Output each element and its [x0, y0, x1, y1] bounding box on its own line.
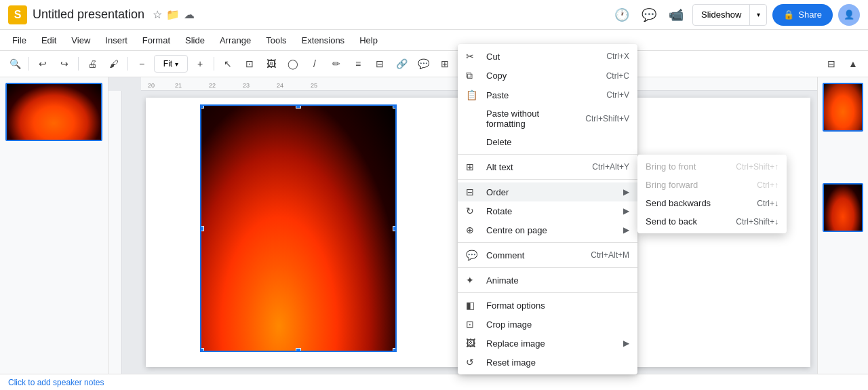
search-tool[interactable]: 🔍 [5, 54, 24, 73]
sm-send-back[interactable]: Send to back Ctrl+Shift+↓ [637, 212, 787, 231]
crop-icon: ⊡ [466, 319, 479, 330]
slideshow-main-btn[interactable]: Slideshow [693, 5, 750, 25]
ruler-mark: 24 [277, 82, 283, 89]
share-button[interactable]: 🔒 Share [772, 4, 833, 26]
history-icon[interactable]: 🕐 [611, 4, 633, 26]
cm-comment[interactable]: 💬 Comment Ctrl+Alt+M [458, 246, 637, 265]
align-left-btn[interactable]: ≡ [349, 54, 368, 73]
cm-paste[interactable]: 📋 Paste Ctrl+V [458, 85, 637, 104]
cm-rotate[interactable]: ↻ Rotate ▶ [458, 201, 637, 220]
cm-paste-noformat-shortcut: Ctrl+Shift+V [585, 114, 629, 123]
collapse-btn[interactable]: ▲ [844, 54, 863, 73]
top-bar: S Untitled presentation ☆ 📁 ☁ 🕐 💬 📹 Slid… [0, 0, 868, 30]
zoom-out-btn[interactable]: − [132, 54, 151, 73]
slide-thumbnail-1[interactable]: 1 [5, 83, 102, 141]
slide-image[interactable] [200, 104, 397, 352]
animate-icon: ✦ [466, 275, 479, 286]
selection-handle-tl[interactable] [200, 104, 204, 109]
sm-bring-forward-label: Bring forward [646, 180, 757, 190]
alt-text-icon: ⊞ [466, 161, 479, 172]
copy-icon: ⧉ [466, 70, 479, 81]
right-panel [817, 77, 868, 374]
cm-centre-arrow: ▶ [623, 225, 629, 235]
menu-tools[interactable]: Tools [259, 33, 293, 48]
right-thumb-2[interactable] [823, 183, 863, 232]
sm-send-back-shortcut: Ctrl+Shift+↓ [736, 217, 778, 227]
selection-handle-bl[interactable] [200, 348, 204, 352]
selection-handle-mr[interactable] [393, 226, 397, 231]
cloud-icon[interactable]: ☁ [184, 8, 195, 21]
link-btn[interactable]: 🔗 [392, 54, 411, 73]
sm-bring-forward[interactable]: Bring forward Ctrl+↑ [637, 176, 787, 194]
selection-handle-br[interactable] [393, 348, 397, 352]
redo-btn[interactable]: ↪ [55, 54, 74, 73]
cm-copy[interactable]: ⧉ Copy Ctrl+C [458, 66, 637, 85]
cm-replace-image[interactable]: 🖼 Replace image ▶ [458, 334, 637, 353]
cm-crop-image[interactable]: ⊡ Crop image [458, 315, 637, 334]
comment-btn[interactable]: 💬 [414, 54, 433, 73]
menu-view[interactable]: View [64, 33, 97, 48]
comments-icon[interactable]: 💬 [638, 4, 660, 26]
cm-reset-image[interactable]: ↺ Reset image [458, 353, 637, 372]
cm-order[interactable]: ⊟ Order ▶ [458, 182, 637, 201]
menu-extensions[interactable]: Extensions [295, 33, 352, 48]
replace-icon: 🖼 [466, 338, 479, 349]
cm-animate[interactable]: ✦ Animate [458, 271, 637, 290]
zoom-level[interactable]: Fit ▾ [154, 55, 188, 73]
cm-copy-shortcut: Ctrl+C [606, 71, 629, 81]
selection-handle-tm[interactable] [296, 104, 301, 109]
menu-slide[interactable]: Slide [178, 33, 212, 48]
cm-centre[interactable]: ⊕ Centre on page ▶ [458, 220, 637, 239]
star-icon[interactable]: ☆ [153, 8, 162, 21]
cm-alt-text[interactable]: ⊞ Alt text Ctrl+Alt+Y [458, 157, 637, 176]
selection-handle-bm[interactable] [296, 348, 301, 352]
shape-btn[interactable]: ◯ [283, 54, 302, 73]
user-avatar[interactable]: 👤 [838, 4, 860, 26]
sm-send-back-label: Send to back [646, 216, 736, 227]
slideshow-dropdown[interactable]: ▾ [750, 5, 766, 25]
select-tool[interactable]: ⊡ [240, 54, 259, 73]
cm-rotate-arrow: ▶ [623, 206, 629, 216]
selection-handle-ml[interactable] [200, 226, 204, 231]
cm-order-label: Order [486, 187, 623, 197]
more-btn[interactable]: ⊞ [435, 54, 454, 73]
paint-format-btn[interactable]: 🖌 [104, 54, 123, 73]
line-btn[interactable]: / [305, 54, 324, 73]
slide-options-btn[interactable]: ⊟ [822, 54, 841, 73]
speaker-notes-hint[interactable]: Click to add speaker notes [8, 378, 104, 387]
status-bar: Click to add speaker notes [0, 374, 868, 390]
divider-2 [78, 57, 79, 71]
right-thumb-1[interactable] [823, 83, 863, 132]
pen-btn[interactable]: ✏ [327, 54, 346, 73]
menu-help[interactable]: Help [353, 33, 384, 48]
divider-1 [28, 57, 29, 71]
cm-crop-image-label: Crop image [486, 319, 629, 330]
meet-icon[interactable]: 📹 [665, 4, 687, 26]
cm-paste-noformat[interactable]: Paste without formatting Ctrl+Shift+V [458, 104, 637, 133]
selection-handle-tr[interactable] [393, 104, 397, 109]
title-icons: ☆ 📁 ☁ [153, 8, 195, 21]
menu-file[interactable]: File [5, 33, 33, 48]
zoom-in-btn[interactable]: + [191, 54, 210, 73]
cm-reset-image-label: Reset image [486, 357, 629, 368]
undo-btn[interactable]: ↩ [33, 54, 52, 73]
cm-rotate-label: Rotate [486, 206, 623, 216]
folder-icon[interactable]: 📁 [166, 8, 180, 21]
cursor-tool[interactable]: ↖ [218, 54, 237, 73]
sm-bring-front[interactable]: Bring to front Ctrl+Shift+↑ [637, 157, 787, 176]
ruler-mark: 20 [148, 82, 155, 89]
menu-arrange[interactable]: Arrange [213, 33, 258, 48]
menu-insert[interactable]: Insert [98, 33, 134, 48]
image-insert-btn[interactable]: 🖼 [262, 54, 281, 73]
print-btn[interactable]: 🖨 [83, 54, 102, 73]
align-right-btn[interactable]: ⊟ [370, 54, 389, 73]
menu-edit[interactable]: Edit [35, 33, 63, 48]
right-thumb-1-visual [824, 84, 862, 130]
cm-delete[interactable]: Delete [458, 133, 637, 151]
menu-format[interactable]: Format [136, 33, 177, 48]
sm-bring-front-label: Bring to front [646, 161, 736, 172]
cm-cut[interactable]: ✂ Cut Ctrl+X [458, 47, 637, 66]
cm-format-options[interactable]: ◧ Format options [458, 296, 637, 315]
sm-send-backwards[interactable]: Send backwards Ctrl+↓ [637, 194, 787, 212]
doc-title[interactable]: Untitled presentation [33, 7, 144, 22]
